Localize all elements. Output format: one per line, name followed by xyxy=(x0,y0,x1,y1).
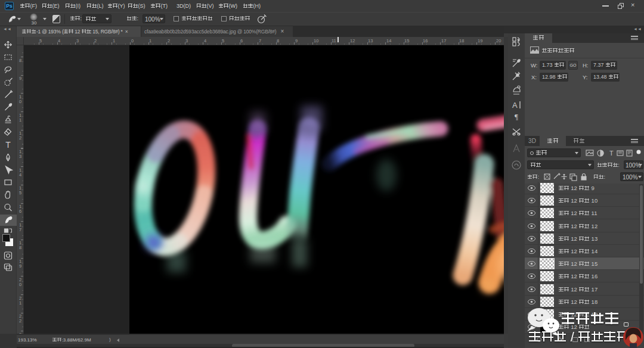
svg-text:T: T xyxy=(5,140,11,150)
svg-text:¶: ¶ xyxy=(515,112,518,121)
svg-text:A: A xyxy=(512,101,518,110)
svg-text:T: T xyxy=(609,150,614,157)
